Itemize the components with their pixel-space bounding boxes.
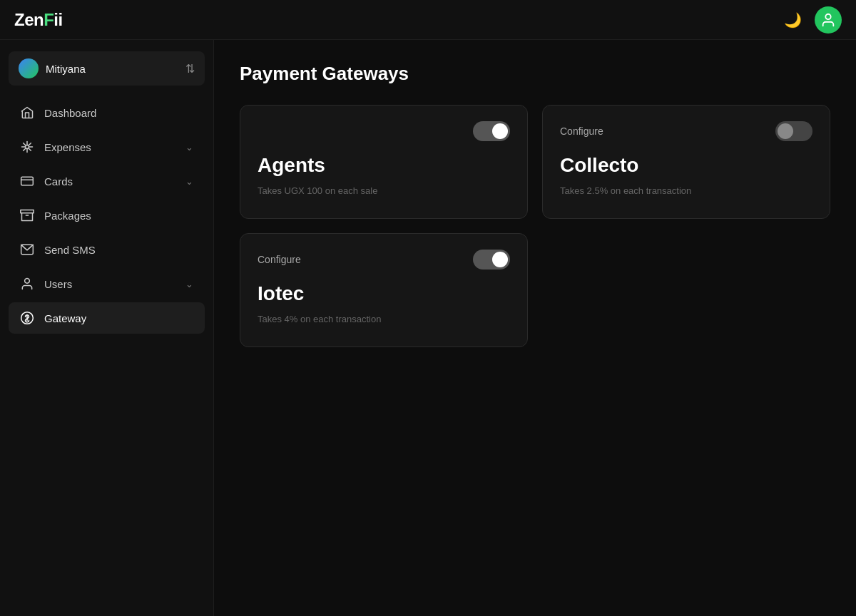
- app-logo: ZenFii: [14, 10, 63, 30]
- home-icon: [20, 106, 34, 120]
- toggle-track-collecto: [775, 121, 812, 141]
- org-selector[interactable]: Mitiyana ⇅: [9, 51, 205, 86]
- svg-point-0: [825, 14, 830, 19]
- cards-chevron-icon: ⌄: [185, 176, 193, 187]
- expenses-chevron-icon: ⌄: [185, 142, 193, 153]
- sidebar-item-dashboard[interactable]: Dashboard: [9, 97, 205, 128]
- gateway-desc-agents: Takes UGX 100 on each sale: [258, 185, 510, 196]
- avatar[interactable]: [815, 6, 842, 34]
- gateway-card-collecto: Configure Collecto Takes 2.5% on each tr…: [542, 105, 830, 219]
- sidebar-item-packages[interactable]: Packages: [9, 200, 205, 231]
- expenses-icon: [20, 140, 34, 154]
- org-name: Mitiyana: [46, 63, 86, 75]
- configure-link-iotec[interactable]: Configure: [258, 254, 301, 265]
- svg-line-8: [29, 143, 31, 145]
- page-title: Payment Gateways: [240, 63, 830, 85]
- toggle-thumb-iotec: [492, 252, 508, 267]
- sidebar-item-gateway[interactable]: Gateway: [9, 302, 205, 334]
- toggle-track-iotec: [473, 250, 510, 270]
- gateway-name-agents: Agents: [258, 154, 510, 177]
- gateway-grid: Agents Takes UGX 100 on each sale Config…: [240, 105, 830, 347]
- sidebar: Mitiyana ⇅ Dashboard: [0, 40, 214, 616]
- mail-icon: [20, 242, 34, 257]
- sidebar-item-users[interactable]: Users ⌄: [9, 268, 205, 299]
- gateway-card-iotec: Configure Iotec Takes 4% on each transac…: [240, 233, 528, 347]
- content-area: Payment Gateways Agents Takes UGX 100 on…: [214, 40, 856, 616]
- theme-toggle-icon[interactable]: 🌙: [780, 8, 805, 32]
- svg-line-9: [24, 149, 26, 151]
- toggle-thumb-collecto: [778, 123, 793, 139]
- gateway-name-collecto: Collecto: [560, 154, 812, 177]
- gateway-card-agents: Agents Takes UGX 100 on each sale: [240, 105, 528, 219]
- org-avatar: [19, 58, 39, 78]
- toggle-iotec[interactable]: [473, 250, 510, 270]
- sidebar-item-label-dashboard: Dashboard: [44, 107, 193, 119]
- sidebar-item-label-packages: Packages: [44, 210, 193, 222]
- toggle-thumb-agents: [492, 123, 508, 139]
- sidebar-item-label-expenses: Expenses: [44, 141, 175, 153]
- box-icon: [20, 208, 34, 222]
- svg-rect-12: [21, 210, 34, 213]
- svg-point-15: [25, 279, 30, 284]
- svg-line-6: [24, 143, 26, 145]
- user-icon: [820, 12, 836, 28]
- sidebar-item-send-sms[interactable]: Send SMS: [9, 234, 205, 265]
- sidebar-item-label-cards: Cards: [44, 175, 175, 188]
- main-layout: Mitiyana ⇅ Dashboard: [0, 40, 856, 616]
- sidebar-item-label-users: Users: [44, 278, 175, 290]
- svg-line-7: [29, 149, 31, 151]
- user-nav-icon: [20, 277, 34, 291]
- gateway-name-iotec: Iotec: [258, 282, 510, 305]
- users-chevron-icon: ⌄: [185, 279, 193, 289]
- svg-rect-10: [21, 177, 34, 185]
- card-top-row-collecto: Configure: [560, 121, 812, 141]
- org-chevron-icon: ⇅: [185, 62, 195, 76]
- card-icon: [20, 174, 34, 188]
- gateway-desc-iotec: Takes 4% on each transaction: [258, 314, 510, 324]
- toggle-track-agents: [473, 121, 510, 141]
- toggle-agents[interactable]: [473, 121, 510, 141]
- sidebar-item-cards[interactable]: Cards ⌄: [9, 165, 205, 197]
- gateway-desc-collecto: Takes 2.5% on each transaction: [560, 185, 812, 196]
- toggle-collecto[interactable]: [775, 121, 812, 141]
- sidebar-item-label-gateway: Gateway: [44, 312, 193, 324]
- top-header: ZenFii 🌙: [0, 0, 856, 40]
- card-top-row-iotec: Configure: [258, 250, 510, 270]
- card-top-row-agents: [258, 121, 510, 141]
- sidebar-item-expenses[interactable]: Expenses ⌄: [9, 131, 205, 163]
- dollar-icon: [20, 311, 34, 325]
- header-right: 🌙: [780, 6, 842, 34]
- sidebar-item-label-send-sms: Send SMS: [44, 244, 193, 256]
- org-left: Mitiyana: [19, 58, 86, 78]
- configure-link-collecto[interactable]: Configure: [560, 125, 603, 137]
